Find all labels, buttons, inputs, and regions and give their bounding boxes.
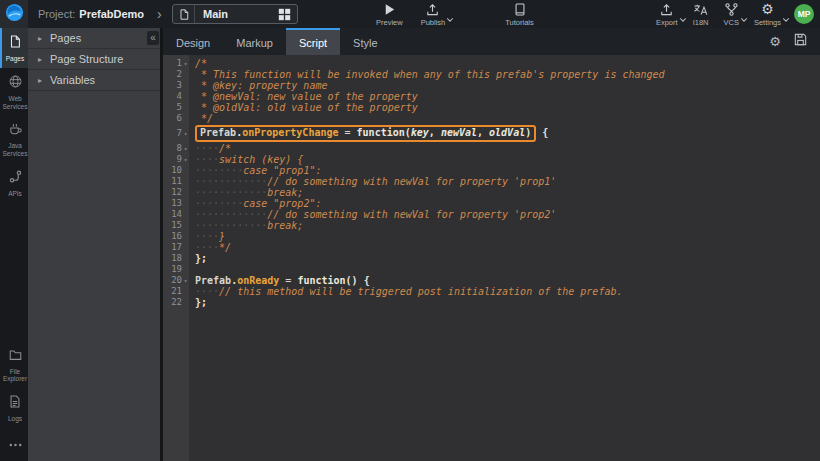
tutorials-button[interactable]: Tutorials [503, 2, 535, 27]
code-line[interactable]: 3 * @key: property name [163, 80, 820, 91]
line-gutter[interactable]: 2 [163, 69, 189, 80]
tab-script[interactable]: Script [286, 28, 340, 55]
publish-button[interactable]: Publish [419, 2, 448, 27]
line-gutter[interactable]: 17 [163, 242, 189, 253]
code-line-content: ············break; [189, 220, 303, 231]
code-line-content: ····*/ [189, 242, 231, 253]
sidebar-item-file-explorer[interactable]: File Explorer [0, 342, 28, 389]
preview-button[interactable]: Preview [374, 2, 405, 27]
code-line[interactable]: 16····} [163, 231, 820, 242]
line-gutter[interactable]: 21 [163, 286, 189, 297]
export-button[interactable]: Export [654, 2, 680, 27]
code-line[interactable]: 15············break; [163, 220, 820, 231]
line-gutter[interactable]: 14 [163, 209, 189, 220]
line-gutter[interactable]: 5 [163, 102, 189, 113]
code-line[interactable]: 4 * @newVal: new value of the property [163, 91, 820, 102]
code-line[interactable]: 5 * @oldVal: old value of the property [163, 102, 820, 113]
code-line[interactable]: 19 [163, 264, 820, 275]
sidebar-item-pages[interactable]: Pages [0, 28, 28, 68]
line-gutter[interactable]: 18 [163, 253, 189, 264]
fold-marker-icon[interactable]: ▾ [182, 128, 189, 139]
code-line[interactable]: 17····*/ [163, 242, 820, 253]
accordion-pages[interactable]: ▸Pages [28, 28, 160, 49]
grid-icon[interactable] [278, 8, 297, 21]
code-line[interactable]: 12············break; [163, 187, 820, 198]
panel-splitter[interactable] [160, 28, 163, 461]
save-button[interactable] [793, 32, 808, 51]
caret-right-icon: ▸ [38, 34, 42, 43]
accordion-variables[interactable]: ▸Variables [28, 70, 160, 91]
line-gutter[interactable]: 3 [163, 80, 189, 91]
code-line[interactable]: 8▾····/* [163, 143, 820, 154]
code-line[interactable]: 13········case "prop2": [163, 198, 820, 209]
breadcrumb-chevron-icon: › [157, 0, 162, 28]
editor-toolbar: ⚙ [769, 28, 820, 55]
page-icon [173, 5, 195, 23]
accordion-page-structure[interactable]: ▸Page Structure [28, 49, 160, 70]
line-gutter[interactable]: 11 [163, 176, 189, 187]
tab-design[interactable]: Design [163, 28, 223, 55]
page-icon [8, 34, 22, 53]
code-line[interactable]: 6 */ [163, 113, 820, 124]
fold-marker-icon[interactable]: ▾ [182, 58, 189, 69]
code-line[interactable]: 10········case "prop1": [163, 165, 820, 176]
sidebar-item-apis[interactable]: APIs [0, 163, 28, 203]
line-gutter[interactable]: 10 [163, 165, 189, 176]
user-avatar[interactable]: MP [794, 4, 814, 24]
sidebar-item-label: APIs [8, 190, 22, 198]
i18n-button[interactable]: I18N [691, 2, 711, 27]
code-line[interactable]: 7▾Prefab.onPropertyChange = function(key… [163, 124, 820, 143]
tab-style[interactable]: Style [340, 28, 390, 55]
fold-marker-icon[interactable]: ▾ [182, 154, 189, 165]
script-editor[interactable]: 1▾/*2 * This function will be invoked wh… [163, 55, 820, 461]
code-line[interactable]: 2 * This function will be invoked when a… [163, 69, 820, 80]
code-line-content: * @key: property name [189, 80, 327, 91]
settings-button[interactable]: ⚙Settings [752, 2, 783, 27]
upload-icon [425, 2, 440, 17]
sidebar-item-more[interactable] [0, 428, 28, 457]
sidebar-item-java-services[interactable]: Java Services [0, 115, 28, 163]
left-icon-rail: PagesWeb ServicesJava ServicesAPIs File … [0, 28, 28, 461]
script-settings-button[interactable]: ⚙ [769, 35, 781, 49]
sidebar-item-web-services[interactable]: Web Services [0, 68, 28, 116]
line-gutter[interactable]: 6 [163, 113, 189, 124]
collapse-panel-icon[interactable]: « [147, 31, 159, 45]
line-gutter[interactable]: 12 [163, 187, 189, 198]
fold-marker-icon[interactable]: ▾ [182, 275, 189, 286]
code-line[interactable]: 18}; [163, 253, 820, 264]
code-line-content: ············break; [189, 187, 303, 198]
upload-icon [659, 2, 674, 17]
line-gutter[interactable]: 1▾ [163, 58, 189, 69]
line-gutter[interactable]: 20▾ [163, 275, 189, 286]
app-logo[interactable] [0, 0, 28, 28]
line-gutter[interactable]: 7▾ [163, 124, 189, 143]
line-gutter[interactable]: 9▾ [163, 154, 189, 165]
fold-marker-icon[interactable]: ▾ [182, 143, 189, 154]
code-line[interactable]: 11············// do something with newVa… [163, 176, 820, 187]
code-line[interactable]: 9▾····switch (key) { [163, 154, 820, 165]
tab-markup[interactable]: Markup [223, 28, 286, 55]
code-line[interactable]: 21····// this method will be triggered p… [163, 286, 820, 297]
line-gutter[interactable]: 16 [163, 231, 189, 242]
chevron-down-icon [740, 9, 748, 27]
line-gutter[interactable]: 4 [163, 91, 189, 102]
code-line[interactable]: 20▾Prefab.onReady = function() { [163, 275, 820, 286]
code-line[interactable]: 14············// do something with newVa… [163, 209, 820, 220]
page-selector[interactable]: Main [172, 4, 298, 24]
line-gutter[interactable]: 13 [163, 198, 189, 209]
sidebar-item-logs[interactable]: Logs [0, 388, 28, 428]
vcs-button[interactable]: VCS [721, 2, 740, 27]
line-number: 3 [177, 80, 182, 91]
code-line[interactable]: 22}; [163, 297, 820, 308]
line-gutter[interactable]: 15 [163, 220, 189, 231]
sidebar-item-label: File Explorer [2, 368, 28, 384]
page-selector-value: Main [195, 8, 278, 20]
code-line[interactable]: 1▾/* [163, 58, 820, 69]
caret-right-icon: ▸ [38, 76, 42, 85]
line-gutter[interactable]: 8▾ [163, 143, 189, 154]
line-gutter[interactable]: 19 [163, 264, 189, 275]
code-line-content: * @oldVal: old value of the property [189, 102, 418, 113]
preview-label: Preview [376, 18, 403, 27]
line-gutter[interactable]: 22 [163, 297, 189, 308]
line-number: 6 [177, 113, 182, 124]
